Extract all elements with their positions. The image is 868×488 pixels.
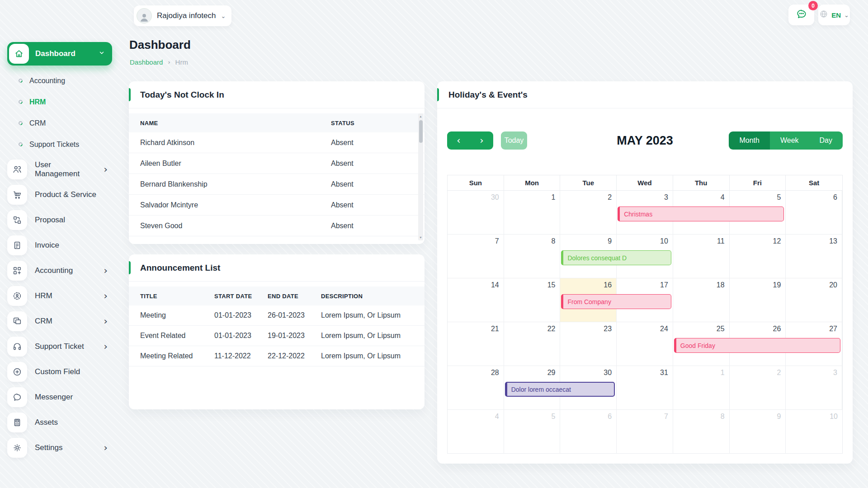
day-number: 23 xyxy=(604,325,612,333)
scroll-down-icon[interactable]: ▼ xyxy=(418,236,423,239)
chevron-right-icon: › xyxy=(104,164,112,174)
chevron-right-icon: › xyxy=(104,266,112,276)
calendar-day-cell[interactable]: 9 xyxy=(730,410,786,454)
sidebar-item-accounting[interactable]: Accounting› xyxy=(7,258,112,283)
calendar-day-cell[interactable]: 12 xyxy=(730,235,786,278)
sidebar-item-support-ticket[interactable]: Support Ticket› xyxy=(7,334,112,359)
sidebar-item-settings[interactable]: Settings› xyxy=(7,435,112,460)
day-number: 4 xyxy=(495,413,499,421)
table-scrollbar[interactable]: ▲ ▼ xyxy=(418,113,423,240)
breadcrumb-link-dashboard[interactable]: Dashboard xyxy=(130,58,163,66)
calendar-day-cell[interactable]: 10 xyxy=(786,410,842,454)
calendar-day-cell[interactable]: 31 xyxy=(617,366,673,410)
sidebar-item-invoice[interactable]: Invoice xyxy=(7,233,112,258)
day-number: 3 xyxy=(833,369,837,377)
column-header-title: TITLE xyxy=(140,293,214,300)
card-title: Today's Not Clock In xyxy=(129,81,425,108)
day-number: 7 xyxy=(495,237,499,245)
calendar-event-good-friday[interactable]: Good Friday xyxy=(674,338,840,353)
day-header-mon: Mon xyxy=(504,175,561,191)
cell-end-date: 22-12-2022 xyxy=(268,352,321,360)
day-number: 30 xyxy=(604,369,612,377)
sidebar-item-hrm[interactable]: HRM› xyxy=(7,283,112,309)
calendar-nav: ‹ › xyxy=(447,131,493,150)
day-number: 22 xyxy=(547,325,556,333)
day-number: 8 xyxy=(552,237,556,245)
calendar-day-cell[interactable]: 7 xyxy=(448,235,504,278)
day-number: 6 xyxy=(608,413,612,421)
chat-bubble-icon xyxy=(796,8,807,22)
not-clock-in-table-body: Richard AtkinsonAbsentAileen ButlerAbsen… xyxy=(129,132,425,236)
calendar-day-cell[interactable]: 30 xyxy=(448,191,504,235)
calendar-day-cell[interactable]: 21 xyxy=(448,322,504,366)
next-month-button[interactable]: › xyxy=(470,131,493,150)
cell-status: Absent xyxy=(331,222,413,230)
day-number: 30 xyxy=(491,193,499,202)
calendar-day-cell[interactable]: 7 xyxy=(617,410,673,454)
calendar-day-cell[interactable]: 11 xyxy=(673,235,730,278)
sidebar-subitem-accounting[interactable]: Accounting xyxy=(7,70,112,91)
today-button[interactable]: Today xyxy=(501,131,527,150)
sidebar-subitem-crm[interactable]: CRM xyxy=(7,113,112,134)
sidebar-item-custom-field[interactable]: Custom Field xyxy=(7,359,112,385)
chevron-right-icon: › xyxy=(104,443,112,453)
sidebar-item-proposal[interactable]: Proposal xyxy=(7,207,112,233)
prev-month-button[interactable]: ‹ xyxy=(447,131,470,150)
sidebar-item-product-service[interactable]: Product & Service xyxy=(7,182,112,207)
sidebar-item-messenger[interactable]: Messenger xyxy=(7,385,112,410)
calendar-day-cell[interactable]: 19 xyxy=(730,278,786,322)
calendar-day-cell[interactable]: 18 xyxy=(673,278,730,322)
sidebar-submenu: AccountingHRMCRMSupport Tickets xyxy=(7,70,112,155)
calendar-day-cell[interactable]: 24 xyxy=(617,322,673,366)
calendar-day-cell[interactable]: 5 xyxy=(504,410,561,454)
calendar-day-cell[interactable]: 28 xyxy=(448,366,504,410)
view-button-day[interactable]: Day xyxy=(809,131,843,150)
invoice-icon xyxy=(7,235,27,255)
messages-button[interactable]: 0 xyxy=(788,5,814,25)
calendar-day-cell[interactable]: 3 xyxy=(786,366,842,410)
cell-description: Lorem Ipsum, Or Lipsum xyxy=(321,332,413,340)
day-number: 18 xyxy=(717,281,725,289)
calendar-day-cell[interactable]: 6 xyxy=(560,410,617,454)
chevron-down-icon xyxy=(99,49,105,58)
calendar-day-cell[interactable]: 2 xyxy=(730,366,786,410)
calendar-day-cell[interactable]: 1 xyxy=(673,366,730,410)
column-header-end-date: END DATE xyxy=(268,293,321,300)
company-selector[interactable]: Rajodiya infotech ⌄ xyxy=(134,5,231,26)
sidebar-subitem-hrm[interactable]: HRM xyxy=(7,91,112,113)
cell-start-date: 01-01-2023 xyxy=(214,311,268,319)
calendar-day-cell[interactable]: 4 xyxy=(448,410,504,454)
sidebar-item-assets[interactable]: Assets xyxy=(7,410,112,435)
calendar-day-cell[interactable]: 13 xyxy=(786,235,842,278)
sidebar-item-user-management[interactable]: User Management› xyxy=(7,157,112,182)
view-button-month[interactable]: Month xyxy=(729,131,769,150)
day-number: 10 xyxy=(660,237,668,245)
calendar-day-cell[interactable]: 15 xyxy=(504,278,561,322)
scrollbar-thumb[interactable] xyxy=(419,120,423,143)
calendar-day-cell[interactable]: 8 xyxy=(673,410,730,454)
calendar-day-cell[interactable]: 14 xyxy=(448,278,504,322)
scroll-up-icon[interactable]: ▲ xyxy=(418,115,423,118)
calendar-event-from-company[interactable]: From Company xyxy=(561,294,671,309)
calendar-day-cell[interactable]: 6 xyxy=(786,191,842,235)
day-number: 7 xyxy=(664,413,668,421)
page-title: Dashboard xyxy=(129,38,191,52)
day-number: 5 xyxy=(777,193,781,202)
day-number: 4 xyxy=(721,193,725,202)
calendar-day-cell[interactable]: 23 xyxy=(560,322,617,366)
bullet-icon xyxy=(18,120,24,126)
calendar-day-cell[interactable]: 22 xyxy=(504,322,561,366)
sidebar-item-dashboard[interactable]: Dashboard xyxy=(7,42,112,66)
sidebar-subitem-support-tickets[interactable]: Support Tickets xyxy=(7,134,112,155)
calendar-event-christmas[interactable]: Christmas xyxy=(618,206,784,221)
language-selector[interactable]: EN ⌄ xyxy=(818,5,850,25)
sidebar-item-crm[interactable]: CRM› xyxy=(7,309,112,334)
calendar-day-cell[interactable]: 2 xyxy=(560,191,617,235)
calendar-day-cell[interactable]: 8 xyxy=(504,235,561,278)
calendar-day-cell[interactable]: 20 xyxy=(786,278,842,322)
calendar-event-dolores-consequat-d[interactable]: Dolores consequat D xyxy=(561,250,671,265)
calendar-event-dolor-lorem-occaecat[interactable]: Dolor lorem occaecat xyxy=(505,382,615,397)
calendar-day-cell[interactable]: 1 xyxy=(504,191,561,235)
calendar-week-row: 30123456Christmas xyxy=(448,191,842,235)
view-button-week[interactable]: Week xyxy=(770,131,809,150)
